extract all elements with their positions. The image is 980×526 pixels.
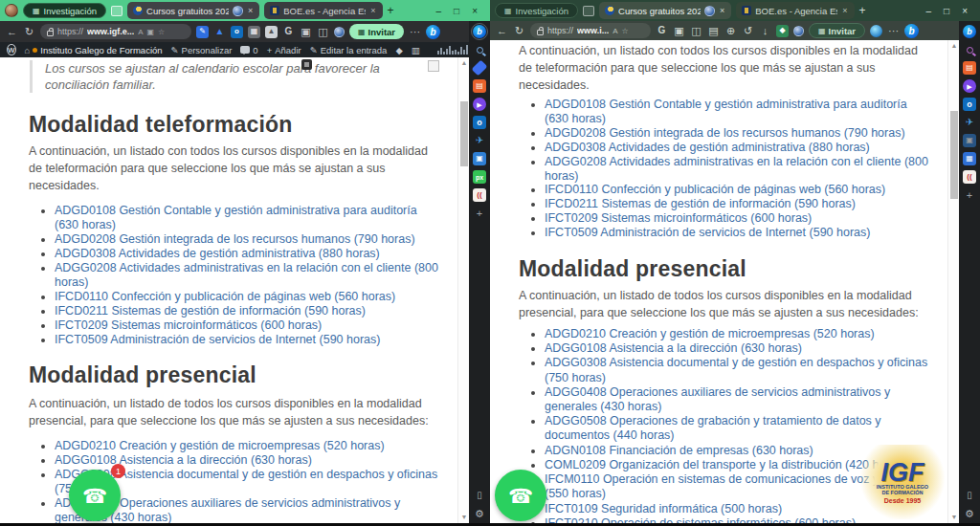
course-link[interactable]: IFCD0110 Confección y publicación de pág… [55, 290, 395, 303]
screenshot-icon[interactable]: ▣ [300, 27, 312, 37]
favorite-star-icon[interactable]: ☆ [158, 28, 165, 36]
extension-icon-g[interactable]: G [282, 26, 295, 38]
customize-sidebar-icon[interactable]: ▯ [963, 489, 976, 502]
course-link[interactable]: ADGD0208 Gestión integrada de los recurs… [55, 232, 415, 246]
course-link[interactable]: ADGG0108 Asistencia a la dirección (630 … [55, 453, 312, 467]
course-link[interactable]: ADGD0210 Creación y gestión de microempr… [55, 439, 385, 452]
course-link[interactable]: IFCD0110 Confección y publicación de pág… [545, 183, 885, 196]
more-menu-icon[interactable]: ··· [409, 27, 421, 37]
course-link[interactable]: ADGD0208 Gestión integrada de los recurs… [545, 126, 905, 140]
course-link[interactable]: ADGD0210 Creación y gestión de microempr… [545, 327, 875, 340]
wp-comments[interactable]: 0 [240, 45, 257, 55]
copilot-icon[interactable]: b [426, 25, 440, 39]
course-link[interactable]: ADGG0108 Asistencia a la dirección (630 … [545, 341, 802, 355]
course-link[interactable]: ADGG0508 Operaciones de grabación y trat… [545, 414, 881, 442]
pixel-extension-icon[interactable]: px [473, 170, 486, 184]
extension-icon-shield[interactable]: ▲ [265, 26, 278, 38]
workspace-pill[interactable]: ▦ Investigación [495, 3, 578, 18]
profile-avatar[interactable] [5, 4, 18, 17]
new-tab-button[interactable]: + [388, 4, 394, 17]
extension-icon-pen[interactable]: ✎ [196, 26, 209, 38]
course-link[interactable]: IFCD0211 Sistemas de gestión de informac… [55, 304, 366, 318]
wordpress-logo-icon[interactable]: W [7, 44, 16, 55]
extension-icon-g[interactable]: G [656, 25, 668, 37]
address-bar[interactable]: https:// www.i... A ☆ [530, 23, 651, 38]
whatsapp-button[interactable]: ☎ 1 [69, 470, 121, 521]
course-link[interactable]: ADGG0408 Operaciones auxiliares de servi… [545, 385, 890, 413]
wp-site-menu[interactable]: ⌂ Instituto Galego de Formación [25, 45, 163, 55]
course-link[interactable]: IFCD0211 Sistemas de gestión de informac… [545, 197, 856, 210]
page-scrollbar[interactable]: ▲ ▼ [947, 40, 959, 523]
course-link[interactable]: IFCT0509 Administración de servicios de … [55, 333, 380, 346]
devices-icon[interactable]: ▣ [963, 134, 976, 147]
web-capture-icon[interactable]: ⊕ [724, 26, 737, 36]
back-button[interactable]: ← [496, 26, 508, 36]
search-icon[interactable] [473, 43, 486, 56]
tools-icon[interactable]: ▤ [963, 61, 976, 75]
extension-icon-outlook[interactable]: o [231, 26, 243, 38]
wp-add-new[interactable]: + Añadir [267, 45, 301, 55]
tab-cursos[interactable]: Cursos gratuitos 2023-2024 × [599, 2, 731, 19]
minimize-button[interactable]: – [926, 6, 932, 16]
vertical-tabs-icon[interactable] [111, 6, 122, 16]
customize-sidebar-icon[interactable]: ▯ [473, 489, 486, 502]
vertical-tabs-icon[interactable] [583, 6, 594, 16]
read-aloud-icon[interactable]: A [138, 28, 143, 36]
read-aloud-icon[interactable]: A [612, 27, 617, 35]
scroll-up-icon[interactable]: ▲ [948, 41, 960, 51]
course-link[interactable]: IFCT0209 Sistemas microinformáticos (600… [55, 318, 322, 332]
tab-close-icon[interactable]: × [841, 6, 848, 15]
course-link[interactable]: IFCT0509 Administración de servicios de … [545, 226, 870, 239]
whatsapp-button[interactable]: ☎ [495, 470, 546, 521]
screenshot-icon[interactable]: ▣ [673, 26, 685, 36]
msn-icon[interactable] [870, 25, 882, 37]
restore-button[interactable]: □ [454, 6, 459, 16]
course-link[interactable]: ADGN0108 Financiación de empresas (630 h… [545, 444, 813, 457]
outlook-icon[interactable]: o [473, 116, 486, 129]
split-screen-icon[interactable]: ◫ [690, 26, 702, 36]
more-menu-icon[interactable]: ··· [887, 26, 900, 36]
wp-plugin-diamond-icon[interactable]: ◆ [395, 45, 402, 55]
close-button[interactable]: × [472, 6, 478, 16]
back-button[interactable]: ← [6, 27, 18, 37]
workspace-pill[interactable]: ▦ Investigación [23, 3, 106, 18]
scroll-up-icon[interactable]: ▲ [458, 58, 470, 68]
copilot-icon[interactable]: b [904, 24, 919, 38]
settings-gear-icon[interactable]: ⚙ [963, 507, 976, 520]
close-button[interactable]: × [962, 6, 968, 16]
course-link[interactable]: IFCT0109 Seguridad informática (500 hora… [545, 502, 782, 515]
scroll-down-icon[interactable]: ▼ [948, 513, 960, 522]
refresh-button[interactable]: ↻ [513, 26, 525, 36]
course-link[interactable]: ADGG0308 Asistencia documental y de gest… [545, 356, 927, 384]
scrollbar-thumb[interactable] [950, 111, 958, 199]
outlook-icon[interactable]: o [963, 98, 976, 111]
bing-chat-icon[interactable]: b [963, 25, 976, 38]
refresh-button[interactable]: ↻ [23, 27, 35, 37]
collections-icon[interactable]: ▤ [707, 26, 720, 36]
tab-boe[interactable]: BOE.es - Agencia Estatal Boletí × [264, 2, 382, 19]
extension-icon-drive[interactable]: ▲ [213, 26, 226, 38]
shopping-tag-icon[interactable] [472, 60, 488, 77]
course-link[interactable]: IFCM0110 Operación en sistemas de comuni… [545, 472, 911, 500]
browser-profile-avatar[interactable] [793, 26, 804, 36]
page-scrollbar[interactable]: ▲ ▼ [457, 57, 469, 523]
downloads-icon[interactable]: ↓ [759, 26, 771, 36]
course-link[interactable]: IFCT0210 Operación de sistemas informáti… [545, 516, 856, 523]
wp-customize[interactable]: ✎ Personalizar [171, 45, 233, 55]
translate-icon[interactable]: ▣ [147, 28, 155, 36]
wallet-icon[interactable]: ◆ [776, 25, 789, 37]
wave-extension-icon[interactable]: (( [963, 170, 976, 184]
devices-icon[interactable]: ▣ [473, 152, 486, 165]
scroll-down-icon[interactable]: ▼ [458, 513, 470, 522]
split-screen-icon[interactable]: ◫ [317, 27, 329, 37]
tools-icon[interactable]: ▤ [473, 79, 486, 93]
tab-close-icon[interactable]: × [719, 6, 725, 15]
course-link[interactable]: COML0209 Organización del transporte y l… [545, 458, 906, 471]
add-sidebar-icon[interactable]: + [473, 207, 486, 220]
invite-button[interactable]: ▦ Invitar [349, 24, 404, 39]
scrollbar-thumb[interactable] [460, 101, 468, 166]
course-link[interactable]: ADGD0308 Actividades de gestión administ… [545, 141, 870, 154]
add-sidebar-icon[interactable]: + [963, 188, 976, 202]
tab-cursos[interactable]: Cursos gratuitos 2023-202 × [127, 2, 259, 19]
tab-boe[interactable]: BOE.es - Agencia Estatal Boletín × [736, 2, 854, 19]
